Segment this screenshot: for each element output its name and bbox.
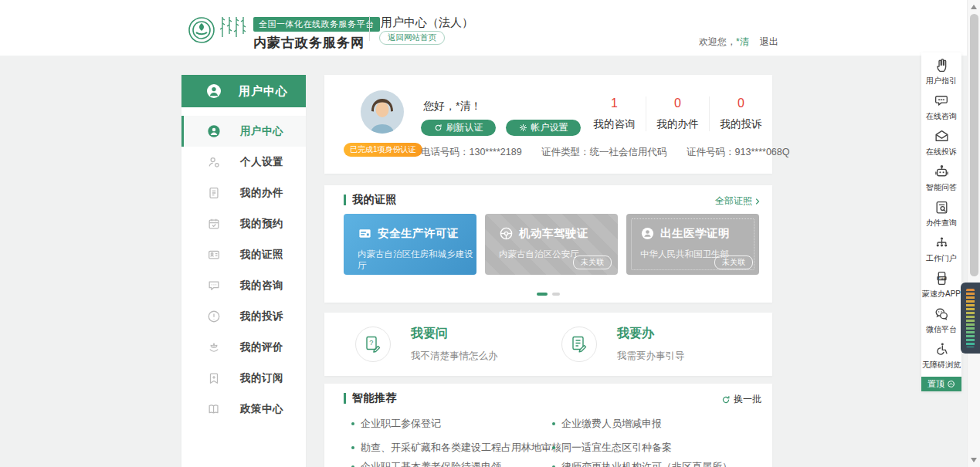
steering-wheel-icon [499, 226, 514, 241]
sidebar-item-my-complaints[interactable]: 我的投诉 [181, 301, 306, 332]
cert-type-label: 证件类型： [541, 147, 590, 157]
licenses-title: 我的证照 [352, 193, 397, 207]
i-want-to-handle[interactable]: 我要办 我需要办事引导 [561, 313, 685, 376]
license-card-list: 安全生产许可证 内蒙古自治区住房和城乡建设厅 机动车驾驶证 内蒙古自治区公安厅 … [344, 214, 759, 275]
phone-label: 电话号码： [421, 147, 470, 157]
sidebar-item-personal-settings[interactable]: 个人设置 [181, 147, 306, 178]
svg-text:?: ? [369, 339, 373, 347]
ask-description: 我不清楚事情怎么办 [411, 350, 498, 363]
question-doc-icon: ? [355, 327, 391, 362]
unlinked-badge: 未关联 [714, 255, 753, 269]
license-card-safety-production[interactable]: 安全生产许可证 内蒙古自治区住房和城乡建设厅 [344, 214, 476, 275]
float-item-user-guide[interactable]: 用户指引 [921, 54, 961, 90]
meter-gradient-bar [966, 289, 975, 347]
chat-bubble-icon [207, 279, 221, 293]
back-to-top-button[interactable]: 置顶 [921, 377, 961, 391]
refresh-icon [721, 395, 731, 404]
circle-up-icon [947, 380, 955, 388]
view-all-licenses-link[interactable]: 全部证照 [715, 195, 761, 208]
stat-label: 我的投诉 [710, 117, 772, 131]
stat-label: 我的办件 [646, 117, 709, 131]
username[interactable]: *清 [736, 36, 749, 47]
ask-title: 我要问 [411, 326, 498, 342]
bullet-dot [351, 422, 354, 425]
recommend-link[interactable]: 企业职工参保登记 [351, 417, 441, 431]
welcome-text: 欢迎您，*清退出 [699, 36, 778, 49]
recommend-link[interactable]: 企业职工基本养老保险待遇申领 [351, 460, 501, 467]
greeting-text: 您好，*清！ [423, 100, 481, 113]
profile-card: 已完成1项身份认证 您好，*清！ 刷新认证 帐户设置 1 我的咨询 0 我的办件… [324, 75, 772, 174]
recommend-link[interactable]: 企业缴费人员增减申报 [552, 417, 662, 431]
logout-link[interactable]: 退出 [760, 36, 778, 47]
user-circle-icon [207, 124, 221, 138]
phone-app-icon: APP [934, 270, 950, 286]
svg-text:APP: APP [938, 277, 944, 280]
profile-stats: 1 我的咨询 0 我的办件 0 我的投诉 [583, 96, 772, 131]
cert-no-label: 证件号码： [687, 147, 735, 157]
guide-card: ? 我要问 我不清楚事情怎么办 我要办 我需要办事引导 [324, 313, 772, 376]
policy-book-icon [207, 402, 221, 416]
sidebar-menu: 用户中心 个人设置 我的办件 [181, 107, 306, 425]
scroll-down-arrow[interactable] [971, 458, 977, 462]
stat-value: 0 [646, 96, 709, 110]
sidebar-item-my-appointments[interactable]: 我的预约 [181, 208, 306, 239]
recommend-title: 智能推荐 [352, 391, 397, 405]
float-item-smart-qa[interactable]: 智能问答 [921, 161, 961, 196]
license-card-drivers-license[interactable]: 机动车驾驶证 内蒙古自治区公安厅 未关联 [485, 214, 618, 275]
accessibility-meter-widget[interactable] [961, 283, 980, 354]
user-circle-icon [206, 83, 222, 99]
carousel-dot-active[interactable] [537, 293, 548, 296]
platform-badge: 全国一体化在线政务服务平台 [253, 17, 380, 32]
section-accent-bar [344, 195, 346, 205]
account-settings-button[interactable]: 帐户设置 [506, 120, 581, 136]
sidebar-item-my-licenses[interactable]: 我的证照 [181, 239, 306, 270]
checklist-pen-icon [561, 327, 597, 362]
bookmark-plus-icon [207, 371, 221, 385]
float-item-mengsuban-app[interactable]: APP 蒙速办APP [921, 267, 961, 303]
sidebar-item-my-consultations[interactable]: 我的咨询 [181, 270, 306, 301]
robot-icon [934, 164, 950, 180]
license-card-birth-certificate[interactable]: 出生医学证明 中华人民共和国卫生部 未关联 [626, 214, 759, 275]
person-gear-icon [207, 155, 221, 169]
float-item-case-query[interactable]: 办件查询 [921, 196, 961, 232]
back-home-button[interactable]: 返回网站首页 [379, 31, 445, 45]
page-scrollbar[interactable] [967, 0, 980, 467]
float-item-accessibility[interactable]: 无障碍浏览 [921, 338, 961, 374]
recommend-link[interactable]: 律师变更执业机构许可（非区直属所） [552, 460, 732, 467]
avatar [361, 90, 404, 134]
carousel-dot[interactable] [552, 293, 560, 296]
section-accent-bar [344, 393, 346, 404]
page-title: 用户中心（法人） [381, 15, 473, 30]
float-item-online-complaint[interactable]: 在线投诉 [921, 125, 961, 161]
auth-status-badge: 已完成1项身份认证 [344, 143, 422, 157]
stat-complaints[interactable]: 0 我的投诉 [709, 96, 772, 131]
sidebar-item-user-center[interactable]: 用户中心 [181, 116, 306, 147]
scroll-up-arrow[interactable] [971, 5, 977, 9]
chat-bubble-icon [934, 93, 950, 109]
sidebar-item-policy-center[interactable]: 政策中心 [181, 394, 306, 425]
bullet-dot [552, 446, 555, 449]
float-item-work-portal[interactable]: 工作门户 [921, 232, 961, 267]
sidebar-item-my-subscriptions[interactable]: 我的订阅 [181, 363, 306, 394]
stat-consultations[interactable]: 1 我的咨询 [583, 96, 646, 131]
change-batch-button[interactable]: 换一批 [721, 393, 761, 406]
float-toolbar: 用户指引 在线咨询 在线投诉 [921, 52, 961, 391]
refresh-icon [434, 124, 443, 132]
stat-cases[interactable]: 0 我的办件 [646, 96, 709, 131]
sidebar: 用户中心 用户中心 个人设置 [181, 75, 306, 467]
sidebar-title: 用户中心 [239, 84, 288, 99]
recommend-link[interactable]: 勘查、开采矿藏和各类建设工程占用林地审核 [351, 441, 561, 455]
sidebar-item-my-cases[interactable]: 我的办件 [181, 178, 306, 208]
unlinked-badge: 未关联 [573, 255, 612, 269]
float-item-online-consult[interactable]: 在线咨询 [921, 90, 961, 125]
i-want-to-ask[interactable]: ? 我要问 我不清楚事情怎么办 [355, 313, 498, 376]
scrollbar-thumb[interactable] [970, 14, 978, 276]
licenses-card: 我的证照 全部证照 安全生产许可证 内蒙古自治区住房和城乡建设厅 [324, 185, 772, 303]
phone-value: 130****2189 [470, 147, 522, 157]
bullet-dot [552, 422, 555, 425]
refresh-auth-button[interactable]: 刷新认证 [421, 120, 496, 136]
site-logo-text: 全国一体化在线政务服务平台 内蒙古政务服务网 [253, 16, 380, 52]
sidebar-item-my-reviews[interactable]: 我的评价 [181, 332, 306, 363]
recommend-link[interactable]: 同一适宜生态区引种备案 [552, 441, 672, 455]
float-item-wechat-platform[interactable]: 微信平台 [921, 303, 961, 338]
